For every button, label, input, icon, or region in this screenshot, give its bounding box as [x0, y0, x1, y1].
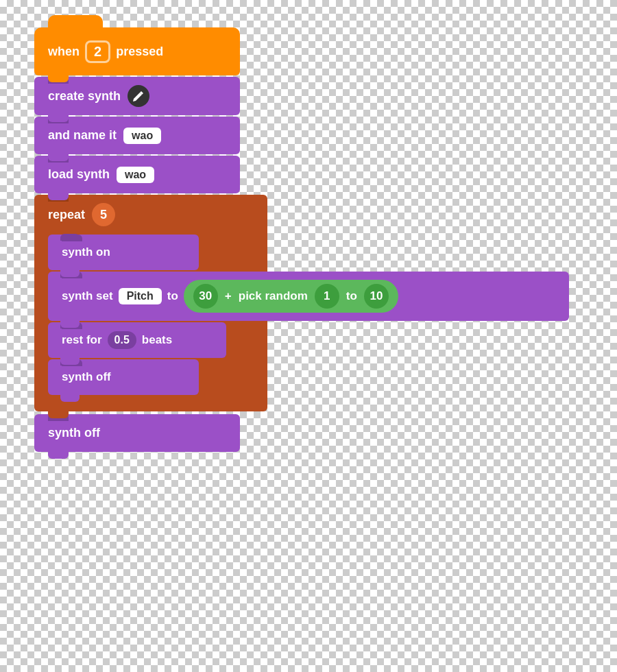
expr-num1[interactable]: 30 [193, 284, 218, 309]
expr-op: + [225, 289, 232, 303]
beats-label: beats [142, 333, 172, 347]
repeat-footer [34, 400, 267, 411]
load-synth-value[interactable]: wao [117, 167, 154, 183]
synth-set-block[interactable]: synth set Pitch to 30 + pick random 1 to… [48, 272, 569, 321]
synth-off-outer-block[interactable]: synth off [34, 414, 240, 452]
synth-set-param[interactable]: Pitch [119, 288, 162, 304]
rest-for-label: rest for [62, 333, 102, 347]
hat-block[interactable]: when 2 pressed [34, 27, 240, 75]
synth-on-block[interactable]: synth on [48, 235, 199, 270]
expr-to[interactable]: 10 [364, 284, 389, 309]
pencil-icon[interactable] [128, 85, 149, 107]
create-synth-block[interactable]: create synth [34, 77, 240, 115]
name-it-value[interactable]: wao [123, 128, 161, 144]
repeat-block[interactable]: repeat 5 synth on synth set P [34, 195, 267, 411]
name-it-label: and name it [48, 128, 117, 143]
synth-on-label: synth on [62, 245, 110, 259]
repeat-value[interactable]: 5 [92, 203, 115, 226]
pressed-label: pressed [116, 45, 163, 59]
synth-set-label: synth set [62, 289, 113, 303]
load-synth-block[interactable]: load synth wao [34, 156, 240, 193]
when-label: when [48, 45, 80, 59]
create-synth-label: create synth [48, 89, 121, 104]
math-expression: 30 + pick random 1 to 10 [184, 280, 398, 313]
load-synth-label: load synth [48, 167, 110, 182]
synth-off-inner-label: synth off [62, 370, 111, 384]
key-badge[interactable]: 2 [85, 40, 110, 63]
expr-to-label: to [346, 289, 357, 303]
synth-off-outer-label: synth off [48, 426, 100, 440]
pick-random-label: pick random [239, 289, 308, 303]
synth-set-to: to [167, 289, 178, 303]
name-it-block[interactable]: and name it wao [34, 117, 240, 154]
repeat-label: repeat [48, 208, 85, 222]
expr-from[interactable]: 1 [315, 284, 339, 309]
rest-for-value[interactable]: 0.5 [108, 331, 136, 349]
